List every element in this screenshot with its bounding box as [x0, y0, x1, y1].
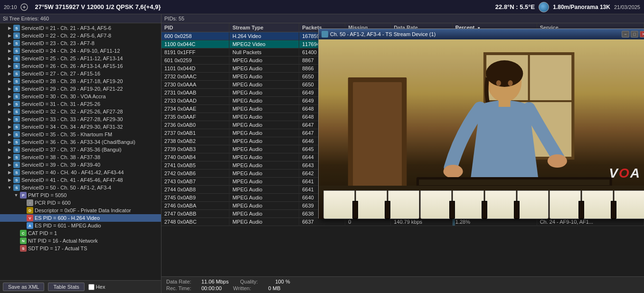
globe-icon [539, 2, 549, 12]
tree-item[interactable]: ▶SServiceID = 23 - Ch. 23 - AF7-8 [0, 39, 161, 47]
tree-item-label: ServiceID = 41 - Ch. 41 - AF45-46, AF47-… [21, 177, 123, 183]
tree-item[interactable]: ▼SServiceID = 50 - Ch. 50 - AF1-2, AF3-4 [0, 184, 161, 191]
table-stats-button[interactable]: Table Stats [48, 283, 84, 291]
table-cell: 2737 0x0AB1 [161, 129, 229, 137]
tree-item[interactable]: ▶SServiceID = 28 - Ch. 28 - AF17-18, AF1… [0, 77, 161, 85]
tree-item-label: ServiceID = 28 - Ch. 28 - AF17-18, AF19-… [21, 78, 123, 84]
tree-item-label: ServiceID = 40 - CH. 40 - AF41-42, AF43-… [21, 170, 124, 175]
p-icon: P [20, 192, 27, 198]
table-cell: MPEG Audio [229, 145, 299, 153]
piano-key [388, 190, 419, 219]
tree-item[interactable]: ▶SServiceID = 41 - Ch. 41 - AF45-46, AF4… [0, 176, 161, 184]
save-as-xml-button[interactable]: Save as XML [3, 283, 44, 291]
tree-item-label: ServiceID = 30 - Ch. 30 - VOA Accra [21, 94, 106, 99]
table-cell: MPEG Audio [229, 57, 299, 65]
hex-checkbox[interactable] [88, 284, 95, 290]
table-cell: 601 0x0259 [161, 57, 229, 65]
tree-item[interactable]: SSDT PID = 17 - Actual TS [0, 245, 161, 252]
table-cell: MPEG Audio [229, 186, 299, 194]
tree-item[interactable]: ▶SServiceID = 27 - Ch. 27 - AF15-16 [0, 70, 161, 77]
tree-item[interactable]: ▶SServiceID = 26 - Ch. 26 - AF13-14, AF1… [0, 62, 161, 70]
s-icon: S [13, 146, 20, 153]
tree-item[interactable]: ▶SServiceID = 22 - Ch. 22 - AF5-6, AF7-8 [0, 32, 161, 39]
piano-key [582, 190, 613, 219]
tree-item[interactable]: CCAT PID = 1 [0, 229, 161, 237]
maximize-button[interactable]: □ [631, 31, 638, 38]
tree-item-label: NIT PID = 16 - Actual Network [28, 238, 98, 244]
tree-item[interactable]: ▶SServiceID = 25 - Ch. 25 - AF11-12, AF1… [0, 55, 161, 62]
tree-item[interactable]: ▶SServiceID = 38 - Ch. 38 - AF37-38 [0, 153, 161, 161]
tree-item[interactable]: ▶SServiceID = 24 - Ch. 24 - AF9-10, AF11… [0, 47, 161, 55]
table-cell: MPEG Audio [229, 137, 299, 145]
tree-item[interactable]: ▶SServiceID = 35 - Ch. 35 - Khartoum FM [0, 131, 161, 138]
pids-count: PIDs: 55 [164, 16, 184, 21]
expand-icon: ▶ [7, 170, 12, 175]
cat-icon: C [20, 230, 27, 236]
tree-item[interactable]: ▶SServiceID = 39 - Ch. 39 - AF39-40 [0, 161, 161, 169]
close-button[interactable]: ✕ [640, 31, 644, 38]
topbar-right: 22.8°N : 5.5°E 1.80m/Panorama 13K 21/03/… [495, 2, 640, 12]
expand-icon: ▶ [7, 124, 12, 130]
tree-item[interactable]: DDescriptor = 0x0F - Private Data Indica… [0, 207, 161, 214]
tree-item[interactable]: ·PCR PID = 600 [0, 199, 161, 207]
svg-rect-18 [419, 180, 610, 185]
video-window-controls[interactable]: − □ ✕ [622, 31, 644, 38]
topbar: 20:10 27°5W 3715927 V 12000 1/2 QPSK 7,6… [0, 0, 644, 14]
expand-icon: ▶ [7, 109, 12, 114]
s-icon: S [13, 25, 20, 31]
percent-value: 1.28% [455, 219, 470, 225]
s-icon: S [13, 108, 20, 115]
table-cell: 2744 0x0AB8 [161, 186, 229, 194]
tree-item-label: ServiceID = 21 - Ch. 21 - AF3-4, AF5-6 [21, 25, 111, 31]
tree-item[interactable]: AES PID = 601 - MPEG Audio [0, 222, 161, 229]
tree-item[interactable]: ▶SServiceID = 40 - CH. 40 - AF41-42, AF4… [0, 169, 161, 176]
video-scene: VOA [319, 39, 644, 219]
main-layout: SI Tree Entries: 460 ▶SServiceID = 21 - … [0, 14, 644, 293]
expand-icon: ▼ [13, 192, 19, 198]
piano-key [614, 190, 644, 219]
tree-item[interactable]: ▼PPMT PID = 5050 [0, 191, 161, 199]
table-cell: 2732 0x0AAC [161, 73, 229, 81]
table-cell: MPEG Audio [229, 170, 299, 178]
tree-item-label: ServiceID = 22 - Ch. 22 - AF5-6, AF7-8 [21, 33, 111, 38]
table-cell: MPEG Audio [229, 210, 299, 218]
s-icon: S [13, 47, 20, 54]
tree-item[interactable]: ▶SServiceID = 30 - Ch. 30 - VOA Accra [0, 93, 161, 100]
tree-item-label: ServiceID = 23 - Ch. 23 - AF7-8 [21, 40, 95, 46]
tree-item-label: ES PID = 600 - H.264 Video [35, 215, 100, 221]
tree-item[interactable]: ▶SServiceID = 34 - Ch. 34 - AF29-30, AF3… [0, 123, 161, 131]
tree-item[interactable]: NNIT PID = 16 - Actual Network [0, 237, 161, 245]
tree-item[interactable]: ▶SServiceID = 32 - Ch. 32 - AF25-26, AF2… [0, 108, 161, 115]
table-cell: 1101 0x044D [161, 65, 229, 73]
tree-item-label: ServiceID = 32 - Ch. 32 - AF25-26, AF27-… [21, 109, 123, 114]
col-pid[interactable]: PID [161, 23, 229, 32]
table-cell: MPEG Audio [229, 121, 299, 129]
table-cell: MPEG Audio [229, 113, 299, 121]
tree-item[interactable]: VES PID = 600 - H.264 Video [0, 214, 161, 222]
piano-key-black [611, 201, 616, 219]
table-cell: MPEG Audio [229, 218, 299, 226]
tree-item[interactable]: ▶SServiceID = 21 - Ch. 21 - AF3-4, AF5-6 [0, 24, 161, 32]
table-cell: MPEG Audio [229, 161, 299, 170]
tree-item[interactable]: ▶SServiceID = 37 - Ch. 37 - AF35-36 (Ban… [0, 146, 161, 153]
video-window[interactable]: Ch. 50 - AF1-2, AF3-4 - TS Stream Device… [318, 28, 644, 218]
s-icon: S [13, 169, 20, 176]
hex-checkbox-label[interactable]: Hex [88, 284, 105, 290]
table-row[interactable]: 2748 0x0ABCMPEG Audio66370140.79 kbps1.2… [161, 218, 644, 226]
tree-item[interactable]: ▶SServiceID = 29 - Ch. 29 - AF19-20, AF2… [0, 85, 161, 93]
s-icon: S [13, 70, 20, 77]
table-cell: MPEG Audio [229, 153, 299, 161]
col-stream-type[interactable]: Stream Type [229, 23, 299, 32]
minimize-button[interactable]: − [622, 31, 629, 38]
si-tree-body[interactable]: ▶SServiceID = 21 - Ch. 21 - AF3-4, AF5-6… [0, 23, 161, 280]
tree-item-label: ServiceID = 24 - Ch. 24 - AF9-10, AF11-1… [21, 48, 120, 54]
table-cell: MPEG Audio [229, 89, 299, 97]
right-bottom-stats: Data Rate: 11.06 Mbps Quality: 100 % Rec… [161, 276, 644, 293]
table-cell: MPEG Audio [229, 97, 299, 105]
tree-item[interactable]: ▶SServiceID = 31 - Ch. 31 - AF25-26 [0, 100, 161, 108]
tree-item[interactable]: ▶SServiceID = 33 - Ch. 33 - AF27-28, AF2… [0, 115, 161, 123]
table-cell: 2743 0x0AB7 [161, 178, 229, 186]
tree-item[interactable]: ▶SServiceID = 36 - Ch. 36 - AF33-34 (Cha… [0, 138, 161, 146]
piano-key-black [449, 201, 455, 219]
table-cell: 2741 0x0AB5 [161, 161, 229, 170]
